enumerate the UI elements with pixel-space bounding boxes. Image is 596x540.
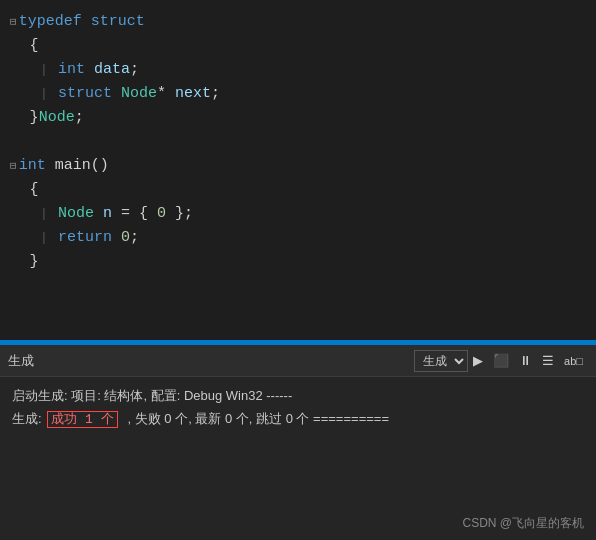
toolbar-btn-list[interactable]: ☰ [538, 351, 558, 370]
watermark: CSDN @飞向星的客机 [462, 515, 584, 532]
fold-icon-2[interactable]: ⊟ [10, 158, 17, 176]
line-indent-5 [10, 108, 26, 129]
code-line-3: | int data ; [0, 58, 596, 82]
code-line-1: ⊟ typedef struct [0, 10, 596, 34]
code-line-blank [0, 130, 596, 154]
output-toolbar: 生成 生成 ▶ ⬛ ⏸ ☰ ab□ [0, 345, 596, 377]
toolbar-btn-pause[interactable]: ⏸ [515, 351, 536, 370]
output-panel-title: 生成 [8, 352, 34, 370]
toolbar-btn-play[interactable]: ▶ [469, 351, 487, 370]
kw-typedef: typedef [19, 10, 82, 34]
toolbar-btn-stop[interactable]: ⬛ [489, 351, 513, 370]
fold-icon-1[interactable]: ⊟ [10, 14, 17, 32]
line-bar-9: | [40, 204, 50, 225]
code-line-7: ⊟ int main () [0, 154, 596, 178]
output-line-1: 启动生成: 项目: 结构体, 配置: Debug Win32 ------ [12, 385, 584, 408]
line-bar-10: | [40, 228, 50, 249]
code-line-9: | Node n = { 0 }; [0, 202, 596, 226]
toolbar-btn-format[interactable]: ab□ [560, 353, 587, 369]
line-bar-4: | [40, 84, 50, 105]
line-indent-8 [10, 180, 26, 201]
line-bar-3: | [40, 60, 50, 81]
code-line-11: } [0, 250, 596, 274]
kw-struct: struct [91, 10, 145, 34]
output-dropdown[interactable]: 生成 [414, 350, 468, 372]
success-count: 成功 1 个 [47, 411, 117, 428]
output-line-2: 生成: 成功 1 个 , 失败 0 个, 最新 0 个, 跳过 0 个 ====… [12, 408, 584, 431]
code-line-5: } Node ; [0, 106, 596, 130]
code-line-2: { [0, 34, 596, 58]
code-line-8: { [0, 178, 596, 202]
code-line-10: | return 0 ; [0, 226, 596, 250]
output-content: 启动生成: 项目: 结构体, 配置: Debug Win32 ------ 生成… [0, 377, 596, 540]
code-editor: ⊟ typedef struct { | int data ; | struct… [0, 0, 596, 340]
code-line-4: | struct Node * next ; [0, 82, 596, 106]
line-indent-2 [10, 36, 26, 57]
output-panel: 生成 生成 ▶ ⬛ ⏸ ☰ ab□ 启动生成: 项目: 结构体, 配置: Deb… [0, 345, 596, 540]
line-indent-11 [10, 252, 26, 273]
